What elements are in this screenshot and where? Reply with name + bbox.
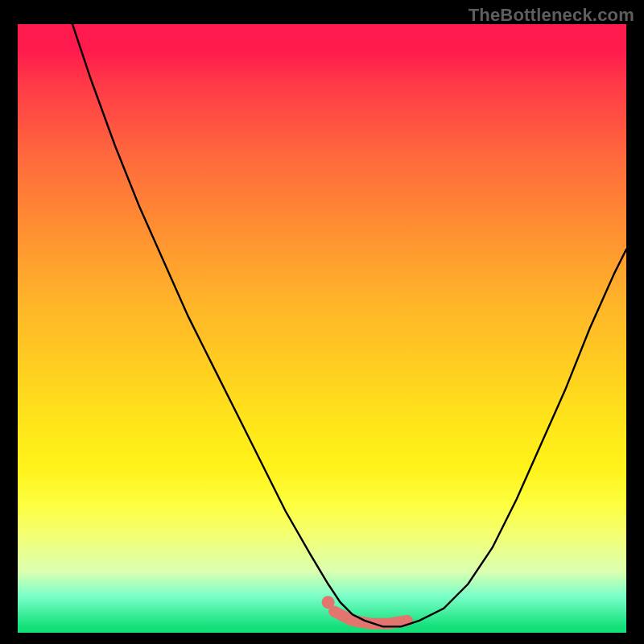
plot-area [18,24,626,633]
curve-svg [18,24,626,633]
highlight-dot [322,596,335,609]
chart-frame: TheBottleneck.com [0,0,644,644]
watermark-text: TheBottleneck.com [469,5,634,26]
bottleneck-curve [72,24,626,626]
